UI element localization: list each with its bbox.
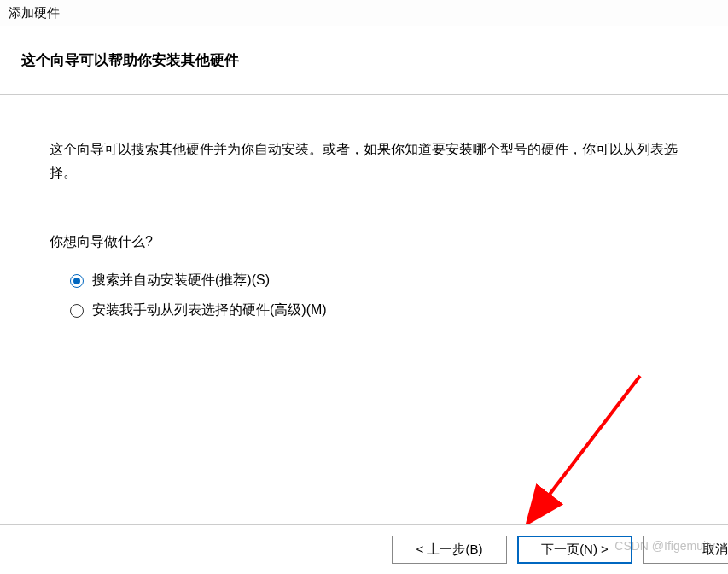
cancel-button[interactable]: 取消 [643,536,728,564]
radio-label: 安装我手动从列表选择的硬件(高级)(M) [92,302,327,319]
radio-option-manual-list[interactable]: 安装我手动从列表选择的硬件(高级)(M) [70,302,685,319]
back-button[interactable]: < 上一步(B) [392,536,507,564]
radio-icon [70,274,84,288]
radio-option-search-auto[interactable]: 搜索并自动安装硬件(推荐)(S) [70,272,685,290]
wizard-header-title: 这个向导可以帮助你安装其他硬件 [21,50,728,70]
radio-group: 搜索并自动安装硬件(推荐)(S) 安装我手动从列表选择的硬件(高级)(M) [50,272,685,319]
radio-label: 搜索并自动安装硬件(推荐)(S) [92,272,270,290]
next-button[interactable]: 下一页(N) > [517,536,632,564]
arrow-annotation-icon [469,367,657,547]
wizard-header: 这个向导可以帮助你安装其他硬件 [0,26,728,95]
window-title: 添加硬件 [0,0,728,26]
radio-icon [70,304,84,318]
wizard-question: 你想向导做什么? [50,233,685,251]
svg-line-1 [529,376,640,521]
wizard-content: 这个向导可以搜索其他硬件并为你自动安装。或者，如果你知道要安装哪个型号的硬件，你… [0,95,728,319]
wizard-button-bar: < 上一步(B) 下一页(N) > 取消 [0,524,728,574]
wizard-description: 这个向导可以搜索其他硬件并为你自动安装。或者，如果你知道要安装哪个型号的硬件，你… [50,138,685,184]
